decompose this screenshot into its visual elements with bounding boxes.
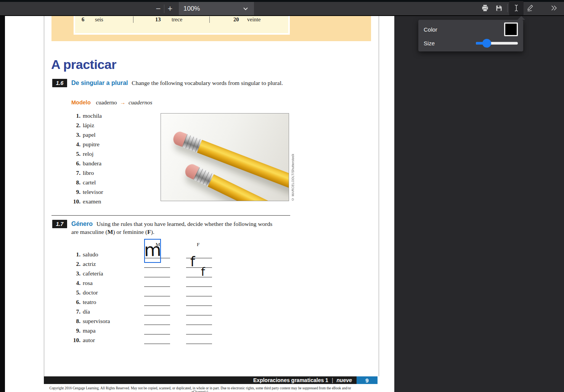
annotation-settings-panel: Color Size	[418, 20, 523, 51]
size-slider[interactable]	[476, 39, 518, 48]
answer-blank-m	[144, 344, 170, 344]
item-word: rosa	[83, 280, 93, 286]
list-item: 10.examen	[69, 197, 103, 206]
list-item: 8.cartel	[69, 178, 103, 187]
list-item: 9.televisor	[69, 187, 103, 197]
numbers-table-block: 6 seis 13 trece 20 veinte	[51, 16, 371, 41]
table-divider	[209, 16, 210, 23]
item-number: 6.	[69, 299, 80, 306]
item-number: 1.	[69, 112, 80, 119]
exercise-title: De singular a plural	[71, 80, 130, 86]
item-word: lápiz	[83, 122, 94, 129]
text-annotation-button[interactable]	[509, 1, 524, 15]
zoom-in-button[interactable]: +	[164, 2, 176, 15]
ebook-viewer: − + 100%	[0, 0, 564, 392]
item-number: 8.	[69, 179, 80, 186]
page-footer: Exploraciones gramaticales 1 | nueve	[44, 376, 357, 384]
answer-blank-m	[144, 296, 170, 296]
exercise-body: Change the following vocabulary words fr…	[132, 80, 283, 86]
item-word: día	[83, 308, 90, 315]
item-word: cafetería	[83, 270, 103, 277]
number-word: veinte	[247, 16, 260, 23]
handwritten-f[interactable]: f	[190, 255, 195, 269]
toolbar: − + 100%	[0, 0, 564, 16]
footer-page-word: nueve	[337, 377, 352, 383]
zoom-controls: − + 100%	[153, 2, 254, 15]
item-number: 9.	[69, 327, 80, 334]
slider-thumb[interactable]	[482, 39, 491, 48]
book-page: 6 seis 13 trece 20 veinte A practicar 1.…	[5, 16, 394, 392]
item-word: televisor	[83, 189, 103, 195]
modelo-line: Modelo cuaderno → cuadernos	[71, 99, 152, 106]
item-number: 2.	[69, 261, 80, 267]
item-number: 4.	[69, 141, 80, 148]
handwritten-f[interactable]: f	[201, 266, 205, 278]
item-number: 7.	[69, 170, 80, 176]
answer-blank-f	[186, 325, 212, 325]
modelo-label: Modelo	[71, 99, 95, 106]
list-item: 7.libro	[69, 168, 103, 178]
print-button[interactable]	[478, 1, 492, 15]
photo-credit: © MARCELODLT/Shutterstock	[290, 114, 295, 201]
expand-toolbar-button[interactable]	[547, 1, 561, 15]
answer-blank-m	[144, 306, 170, 306]
item-word: actriz	[83, 261, 96, 267]
answer-blank-m	[144, 267, 170, 268]
item-word: pupitre	[83, 141, 100, 148]
exercise-number-badge: 1.6	[52, 79, 67, 87]
handwritten-m: m	[144, 241, 161, 259]
item-word: bandera	[83, 160, 101, 167]
item-number: 10.	[69, 337, 80, 344]
number-digit: 13	[155, 16, 161, 23]
pen-annotation-button[interactable]	[524, 1, 537, 15]
answer-blank-f	[186, 296, 212, 296]
gender-row: 4.rosa	[69, 279, 222, 288]
item-word: autor	[83, 337, 95, 344]
item-number: 6.	[69, 160, 80, 167]
item-number: 3.	[69, 131, 80, 138]
item-word: saludo	[83, 251, 98, 258]
printer-icon	[481, 4, 489, 12]
item-number: 7.	[69, 308, 80, 315]
answer-blank-f	[186, 315, 212, 315]
popup-arrow	[517, 16, 525, 20]
item-number: 3.	[69, 270, 80, 277]
item-word: reloj	[83, 150, 93, 157]
page-border-left	[44, 16, 44, 376]
size-label: Size	[424, 40, 435, 46]
color-swatch[interactable]	[504, 22, 518, 36]
number-digit: 6	[82, 16, 84, 23]
item-word: examen	[83, 198, 101, 205]
list-item: 1.mochila	[69, 111, 103, 120]
footer-book-title: Exploraciones gramaticales 1	[253, 377, 328, 383]
selected-text-annotation[interactable]: m	[144, 239, 161, 263]
text-cursor-icon	[512, 4, 521, 12]
item-word: mapa	[83, 327, 96, 334]
answer-blank-m	[144, 334, 170, 334]
list-item: 4.pupitre	[69, 139, 103, 149]
pencils-photo	[161, 113, 289, 201]
item-number: 4.	[69, 280, 80, 286]
item-number: 5.	[69, 289, 80, 296]
table-divider	[133, 16, 133, 23]
instruction-line1: Using the rules that you have learned, d…	[96, 221, 272, 227]
answer-blank-m	[144, 315, 170, 315]
section-heading: A practicar	[51, 57, 116, 72]
item-word: cartel	[83, 179, 96, 186]
item-number: 8.	[69, 318, 80, 325]
answer-blank-f	[186, 344, 212, 344]
footer-separator: |	[328, 377, 337, 383]
item-word: teatro	[83, 299, 96, 306]
item-number: 1.	[69, 251, 80, 258]
page-border-right	[379, 16, 379, 376]
item-number: 2.	[69, 122, 80, 129]
list-item: 6.bandera	[69, 158, 103, 168]
arrow-icon: →	[118, 99, 127, 106]
save-button[interactable]	[492, 1, 506, 15]
column-header-f: F	[197, 242, 200, 248]
double-chevron-right-icon	[550, 4, 558, 12]
zoom-out-button[interactable]: −	[153, 2, 164, 15]
zoom-level-dropdown[interactable]: 100%	[179, 2, 254, 15]
list-item: 3.papel	[69, 130, 103, 139]
pen-icon	[526, 4, 535, 12]
